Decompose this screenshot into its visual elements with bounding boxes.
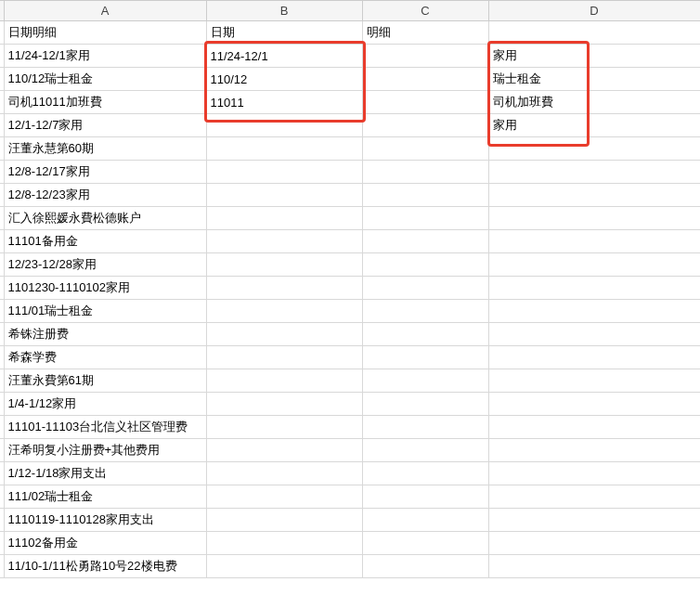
cell[interactable]: 汪希明复小注册费+其他费用 xyxy=(4,439,206,462)
cell[interactable] xyxy=(206,207,362,230)
cell[interactable] xyxy=(488,416,700,439)
cell[interactable] xyxy=(362,300,488,323)
cell[interactable]: 汪董永慧第60期 xyxy=(4,137,206,161)
cell[interactable]: 1/12-1/18家用支出 xyxy=(4,462,206,485)
cell[interactable] xyxy=(488,462,700,485)
cell[interactable]: 司机11011加班費 xyxy=(4,91,206,114)
cell[interactable]: 汇入徐熙媛永費松德账户 xyxy=(4,207,206,230)
cell[interactable]: 明细 xyxy=(362,21,488,45)
cell[interactable] xyxy=(206,300,362,323)
cell[interactable] xyxy=(362,416,488,439)
col-header-A[interactable]: A xyxy=(4,1,206,21)
cell[interactable] xyxy=(206,161,362,184)
cell[interactable] xyxy=(206,323,362,346)
cell[interactable] xyxy=(362,114,488,137)
cell[interactable] xyxy=(362,323,488,346)
cell[interactable] xyxy=(362,184,488,207)
cell[interactable]: 111/01瑞士租金 xyxy=(4,300,206,323)
cell[interactable]: 家用 xyxy=(488,45,700,68)
cell[interactable]: 11102备用金 xyxy=(4,532,206,555)
cell[interactable]: 12/8-12/23家用 xyxy=(4,184,206,207)
col-header-B[interactable]: B xyxy=(206,1,362,21)
cell[interactable] xyxy=(206,346,362,369)
cell[interactable] xyxy=(206,253,362,277)
cell[interactable] xyxy=(488,230,700,253)
cell[interactable] xyxy=(488,393,700,416)
cell[interactable]: 11/24-12/1 xyxy=(206,45,362,68)
cell[interactable]: 110/12瑞士租金 xyxy=(4,68,206,91)
cell[interactable] xyxy=(206,393,362,416)
cell[interactable] xyxy=(206,230,362,253)
cell[interactable] xyxy=(488,277,700,300)
cell[interactable]: 司机加班費 xyxy=(488,91,700,114)
cell[interactable] xyxy=(362,532,488,555)
cell[interactable] xyxy=(206,532,362,555)
cell[interactable] xyxy=(362,277,488,300)
cell[interactable] xyxy=(206,277,362,300)
cell[interactable] xyxy=(362,485,488,509)
col-header-C[interactable]: C xyxy=(362,1,488,21)
cell[interactable]: 111/02瑞士租金 xyxy=(4,485,206,509)
cell[interactable] xyxy=(362,555,488,578)
cell[interactable] xyxy=(362,230,488,253)
cell[interactable] xyxy=(362,161,488,184)
cell[interactable] xyxy=(488,485,700,509)
col-header-D[interactable]: D xyxy=(488,1,700,21)
cell[interactable] xyxy=(488,439,700,462)
cell[interactable]: 日期 xyxy=(206,21,362,45)
cell[interactable] xyxy=(206,114,362,137)
cell[interactable]: 11101-11103台北信义社区管理费 xyxy=(4,416,206,439)
cell[interactable]: 12/8-12/17家用 xyxy=(4,161,206,184)
cell[interactable]: 11/24-12/1家用 xyxy=(4,45,206,68)
cell[interactable]: 希森学费 xyxy=(4,346,206,369)
grid[interactable]: A B C D 日期明细 日期 明细 11/24-12/1家用11/24-12/… xyxy=(0,0,700,578)
cell[interactable] xyxy=(362,369,488,393)
cell[interactable] xyxy=(206,184,362,207)
cell[interactable] xyxy=(206,439,362,462)
cell[interactable]: 1/4-1/12家用 xyxy=(4,393,206,416)
cell[interactable] xyxy=(362,91,488,114)
cell[interactable]: 1110119-1110128家用支出 xyxy=(4,509,206,532)
cell[interactable] xyxy=(362,68,488,91)
cell[interactable]: 12/1-12/7家用 xyxy=(4,114,206,137)
cell[interactable] xyxy=(206,462,362,485)
cell[interactable] xyxy=(206,369,362,393)
cell[interactable]: 日期明细 xyxy=(4,21,206,45)
cell[interactable] xyxy=(362,45,488,68)
cell[interactable] xyxy=(488,161,700,184)
cell[interactable] xyxy=(362,509,488,532)
cell[interactable] xyxy=(488,532,700,555)
cell[interactable]: 家用 xyxy=(488,114,700,137)
cell[interactable]: 11101备用金 xyxy=(4,230,206,253)
cell[interactable]: 1101230-1110102家用 xyxy=(4,277,206,300)
cell[interactable]: 11/10-1/11松勇路10号22楼电费 xyxy=(4,555,206,578)
cell[interactable] xyxy=(488,555,700,578)
cell[interactable] xyxy=(362,462,488,485)
cell[interactable] xyxy=(488,207,700,230)
cell[interactable] xyxy=(488,137,700,161)
cell[interactable] xyxy=(206,416,362,439)
cell[interactable] xyxy=(488,253,700,277)
cell[interactable]: 11011 xyxy=(206,91,362,114)
cell[interactable]: 110/12 xyxy=(206,68,362,91)
cell[interactable] xyxy=(488,323,700,346)
cell[interactable]: 汪董永費第61期 xyxy=(4,369,206,393)
cell[interactable] xyxy=(206,137,362,161)
cell[interactable] xyxy=(488,300,700,323)
cell[interactable] xyxy=(362,439,488,462)
cell[interactable] xyxy=(362,137,488,161)
cell[interactable] xyxy=(488,369,700,393)
cell[interactable] xyxy=(362,253,488,277)
cell[interactable] xyxy=(362,346,488,369)
cell[interactable]: 12/23-12/28家用 xyxy=(4,253,206,277)
cell[interactable] xyxy=(488,346,700,369)
cell[interactable] xyxy=(362,207,488,230)
cell[interactable]: 瑞士租金 xyxy=(488,68,700,91)
cell[interactable] xyxy=(488,184,700,207)
cell[interactable] xyxy=(488,21,700,45)
cell[interactable] xyxy=(206,485,362,509)
cell[interactable]: 希铢注册费 xyxy=(4,323,206,346)
cell[interactable] xyxy=(206,509,362,532)
cell[interactable] xyxy=(206,555,362,578)
cell[interactable] xyxy=(488,509,700,532)
